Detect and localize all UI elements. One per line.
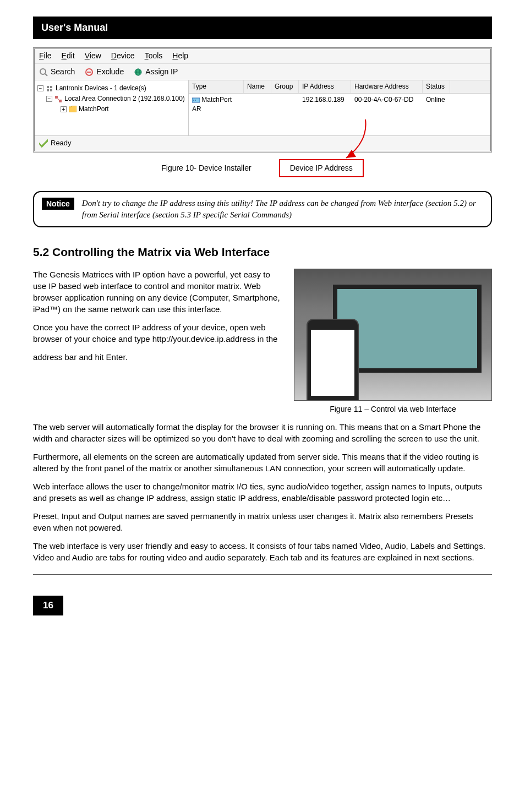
paragraph-5: Furthermore, all elements on the screen … <box>33 451 492 474</box>
page-number: 16 <box>33 596 63 615</box>
tree-panel: − Lantronix Devices - 1 device(s) − Loca… <box>35 80 189 135</box>
search-button[interactable]: Search <box>39 67 75 78</box>
paragraph-1: The Genesis Matrices with IP option have… <box>33 269 284 315</box>
figure-10-row: Figure 10- Device Installer Device IP Ad… <box>33 159 492 178</box>
ready-icon <box>39 139 48 148</box>
svg-rect-9 <box>47 89 49 91</box>
devices-icon <box>46 85 53 92</box>
assign-ip-button[interactable]: Assign IP <box>134 67 178 78</box>
svg-line-1 <box>45 74 47 76</box>
arrow-icon <box>338 119 371 164</box>
folder-icon <box>69 106 76 112</box>
paragraph-6: Web interface allows the user to change/… <box>33 481 492 504</box>
figure-11-image <box>294 269 492 401</box>
menu-device[interactable]: Device <box>111 51 135 62</box>
tree-conn-label: Local Area Connection 2 (192.168.0.100) <box>64 94 185 103</box>
search-icon <box>39 68 48 77</box>
menu-file[interactable]: File <box>39 51 52 62</box>
device-icon <box>192 97 200 103</box>
menu-view[interactable]: View <box>85 51 101 62</box>
cell-status: Online <box>423 94 450 116</box>
paragraph-7: Preset, Input and Output names are saved… <box>33 510 492 533</box>
exclude-label: Exclude <box>96 67 124 78</box>
footer-line: 16 <box>33 574 492 615</box>
svg-rect-11 <box>55 96 58 99</box>
svg-point-16 <box>195 100 196 101</box>
paragraph-3: address bar and hit Enter. <box>33 351 284 363</box>
cell-hw: 00-20-4A-C0-67-DD <box>351 94 423 116</box>
tree-conn-row[interactable]: − Local Area Connection 2 (192.168.0.100… <box>37 94 185 104</box>
expand-icon[interactable]: + <box>61 106 67 112</box>
tree-device-label: MatchPort <box>79 105 109 114</box>
notice-text: Don't try to change the IP address using… <box>82 198 483 221</box>
main-content: − Lantronix Devices - 1 device(s) − Loca… <box>35 80 490 135</box>
svg-rect-8 <box>50 86 52 88</box>
left-column: The Genesis Matrices with IP option have… <box>33 269 284 415</box>
cell-name <box>244 94 271 116</box>
menu-edit[interactable]: Edit <box>62 51 75 62</box>
svg-rect-7 <box>47 86 49 88</box>
paragraph-2: Once you have the correct IP address of … <box>33 321 284 345</box>
tree-root-row[interactable]: − Lantronix Devices - 1 device(s) <box>37 83 185 94</box>
svg-point-0 <box>40 69 46 74</box>
search-label: Search <box>51 67 75 78</box>
header-ip[interactable]: IP Address <box>299 80 351 93</box>
assign-ip-label: Assign IP <box>145 67 178 78</box>
menu-help[interactable]: Help <box>172 51 188 62</box>
collapse-icon[interactable]: − <box>46 96 52 102</box>
header-type[interactable]: Type <box>189 80 244 93</box>
paragraph-8: The web interface is very user friendly … <box>33 540 492 563</box>
tree-root-label: Lantronix Devices - 1 device(s) <box>56 84 146 93</box>
list-header: Type Name Group IP Address Hardware Addr… <box>189 80 490 94</box>
notice-block: Notice Don't try to change the IP addres… <box>33 191 492 227</box>
cell-ip: 192.168.0.189 <box>299 94 351 116</box>
status-text: Ready <box>51 138 72 148</box>
connection-icon <box>54 95 62 103</box>
status-bar: Ready <box>35 135 490 150</box>
menubar: File Edit View Device Tools Help <box>35 49 490 64</box>
right-column: Figure 11 – Control via web Interface <box>294 269 492 415</box>
header-status[interactable]: Status <box>423 80 450 93</box>
list-row[interactable]: MatchPort AR 192.168.0.189 00-20-4A-C0-6… <box>189 94 490 116</box>
collapse-icon[interactable]: − <box>37 85 43 91</box>
cell-type: MatchPort AR <box>189 94 244 116</box>
svg-rect-12 <box>59 100 62 102</box>
section-heading: 5.2 Controlling the Matrix via Web Inter… <box>33 244 492 260</box>
toolbar: Search Exclude Assign IP <box>35 64 490 81</box>
exclude-icon <box>85 68 94 77</box>
paragraph-4: The web server will automatically format… <box>33 421 492 444</box>
users-manual-header: User's Manual <box>33 17 492 39</box>
svg-point-15 <box>193 100 194 101</box>
notice-label: Notice <box>42 198 74 210</box>
svg-rect-10 <box>50 89 52 91</box>
header-name[interactable]: Name <box>244 80 271 93</box>
device-installer-window: File Edit View Device Tools Help Search … <box>33 47 492 152</box>
svg-line-13 <box>58 99 59 100</box>
header-hw[interactable]: Hardware Address <box>351 80 423 93</box>
figure-10-caption: Figure 10- Device Installer <box>161 163 251 174</box>
menu-tools[interactable]: Tools <box>145 51 163 62</box>
header-group[interactable]: Group <box>271 80 299 93</box>
phone-graphic <box>307 319 359 401</box>
globe-icon <box>134 68 143 77</box>
exclude-button[interactable]: Exclude <box>85 67 124 78</box>
cell-group <box>271 94 299 116</box>
figure-11-caption: Figure 11 – Control via web Interface <box>294 404 492 415</box>
tree-device-row[interactable]: + MatchPort <box>37 104 185 115</box>
two-column-layout: The Genesis Matrices with IP option have… <box>33 269 492 415</box>
